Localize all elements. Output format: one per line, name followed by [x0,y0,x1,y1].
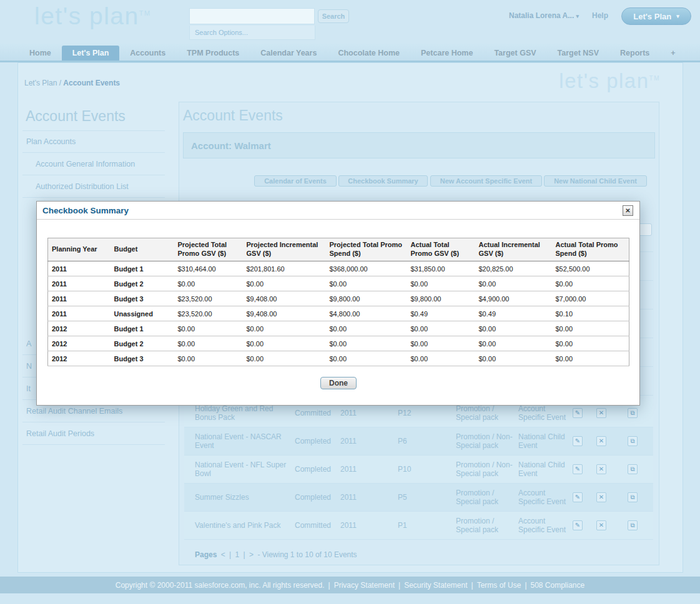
copy-icon[interactable]: ⧉ [628,520,638,530]
terms-of-use-link[interactable]: Terms of Use [477,581,521,590]
delete-icon[interactable]: ✕ [596,408,606,418]
footer-separator: | [471,581,473,590]
next-page-button[interactable]: > [247,550,255,559]
event-type: Promotion / Non-Special pack [456,432,513,451]
copy-icon[interactable]: ⧉ [628,464,638,474]
search-button[interactable]: Search [318,9,349,23]
event-year: 2011 [340,521,372,530]
footer-separator: | [328,581,330,590]
delete-icon[interactable]: ✕ [596,436,606,446]
pagination-label: Pages [195,550,217,559]
cell: $0.00 [243,351,326,366]
app-button-label: Let's Plan [633,12,671,21]
cell: $0.00 [407,276,475,291]
breadcrumb-separator: / [59,79,61,87]
checkbook-summary-button[interactable]: Checkbook Summary [338,175,428,187]
cell: $0.00 [407,336,475,351]
event-type: Promotion / Special pack [456,517,513,535]
tab-bar: Home Let's Plan Accounts TPM Products Ca… [0,44,700,62]
copy-icon[interactable]: ⧉ [628,436,638,446]
event-name-link[interactable]: National Event - NFL Super Bowl [195,460,288,479]
help-link[interactable]: Help [592,11,608,20]
column-header: Actual Total Promo GSV ($) [407,238,475,261]
event-status: Completed [295,465,335,474]
cell: $368,000.00 [326,261,407,276]
edit-icon[interactable]: ✎ [573,408,583,418]
event-year: 2011 [340,493,372,502]
column-header: Budget [111,238,174,261]
tab-tpm-products[interactable]: TPM Products [176,46,250,61]
user-menu[interactable]: Natalia Lorena A... ▾ [509,11,579,20]
new-national-child-event-button[interactable]: New National Child Event [544,175,647,187]
delete-icon[interactable]: ✕ [596,492,606,502]
event-class: Account Specific Event [518,404,569,422]
table-row: 2011 Unassigned $23,520.00 $9,408.00 $4,… [48,306,629,321]
app-logo[interactable]: let's planTM [34,2,151,30]
tab-add[interactable]: + [660,46,686,61]
table-row: 2011 Budget 2 $0.00 $0.00 $0.00 $0.00 $0… [48,276,629,291]
calendar-of-events-button[interactable]: Calendar of Events [254,175,337,187]
sidebar-item-account-general-information[interactable]: Account General Information [22,153,165,175]
column-header: Projected Incremental GSV ($) [243,238,326,261]
cell: $0.49 [475,306,552,321]
event-name-link[interactable]: Summer Sizzles [195,493,288,502]
table-row: 2012 Budget 2 $0.00 $0.00 $0.00 $0.00 $0… [48,336,629,351]
cell: $4,800.00 [326,306,407,321]
event-name-link[interactable]: Valentine's and Pink Pack [195,521,288,530]
edit-icon[interactable]: ✎ [573,436,583,446]
tab-home[interactable]: Home [19,46,62,61]
search-input[interactable] [189,8,315,24]
event-class: Account Specific Event [518,489,569,507]
sidebar-item-label: Retail Audit Channel Emails [26,407,122,416]
sidebar-item-authorized-distribution-list[interactable]: Authorized Distribution List [22,175,165,198]
tab-calendar-years[interactable]: Calendar Years [250,46,327,61]
sidebar-item-retail-audit-periods[interactable]: Retail Audit Periods [22,422,165,445]
current-page-number[interactable]: 1 [234,550,242,559]
cell: $0.00 [326,276,407,291]
cell: $201,801.60 [243,261,326,276]
done-button[interactable]: Done [320,377,357,389]
close-icon[interactable]: ✕ [623,205,633,216]
cell: $4,900.00 [475,291,552,306]
sidebar-item-label: Account General Information [36,160,135,168]
sidebar-item-plan-accounts[interactable]: Plan Accounts [22,130,165,153]
new-account-specific-event-button[interactable]: New Account Specific Event [430,175,542,187]
508-compliance-link[interactable]: 508 Compliance [531,581,585,590]
table-row: Valentine's and Pink Pack Committed 2011… [184,512,653,540]
pagination-divider: | [229,550,231,559]
event-period: P5 [398,493,435,502]
search-options-link[interactable]: Search Options... [189,26,315,40]
security-statement-link[interactable]: Security Statement [404,581,467,590]
edit-icon[interactable]: ✎ [573,492,583,502]
tab-petcare-home[interactable]: Petcare Home [410,46,483,61]
lets-plan-app-button[interactable]: Let's Plan▾ [621,7,691,25]
copy-icon[interactable]: ⧉ [628,492,638,502]
tab-target-gsv[interactable]: Target GSV [483,46,546,61]
table-row: National Event - NFL Super Bowl Complete… [184,455,653,484]
tab-lets-plan[interactable]: Let's Plan [62,46,120,61]
edit-icon[interactable]: ✎ [573,464,583,474]
breadcrumb-parent-link[interactable]: Let's Plan [24,79,57,87]
event-name-link[interactable]: Holiday Green and Red Bonus Pack [195,404,288,422]
copy-icon[interactable]: ⧉ [628,408,638,418]
sidebar-item-label: It [26,384,31,393]
column-header: Projected Total Promo GSV ($) [174,238,243,261]
edit-icon[interactable]: ✎ [573,520,583,530]
tab-chocolate-home[interactable]: Chocolate Home [327,46,410,61]
delete-icon[interactable]: ✕ [596,464,606,474]
event-name-link[interactable]: National Event - NASCAR Event [195,432,288,451]
delete-icon[interactable]: ✕ [596,520,606,530]
tab-reports[interactable]: Reports [609,46,660,61]
cell: 2012 [48,321,111,336]
privacy-statement-link[interactable]: Privacy Statement [334,581,395,590]
tab-accounts[interactable]: Accounts [119,46,176,61]
table-row: Summer Sizzles Completed 2011 P5 Promoti… [184,484,653,512]
cell: $9,408.00 [243,291,326,306]
tab-target-nsv[interactable]: Target NSV [547,46,609,61]
user-name: Natalia Lorena A... [509,11,574,20]
previous-page-button[interactable]: < [219,550,227,559]
cell: 2011 [48,291,111,306]
dialog-title: Checkbook Summary [42,206,129,215]
caret-down-icon: ▾ [576,13,579,19]
cell: $0.00 [552,351,629,366]
